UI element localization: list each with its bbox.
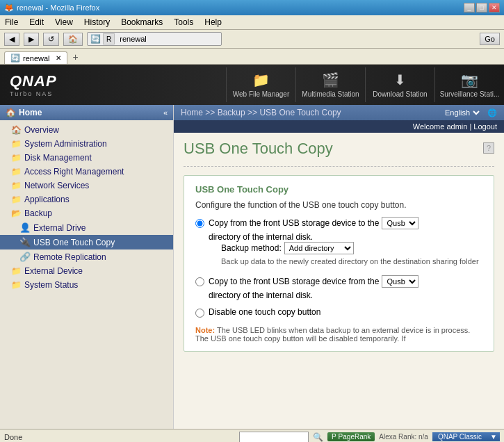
section-title: USB One Touch Copy [195, 184, 482, 195]
opt2-label-end: directory of the internal disk. [209, 290, 313, 300]
backup-method-row: Backup method: Add directory Back up dat… [221, 242, 482, 265]
diskmgmt-folder-icon: 📁 [11, 153, 22, 163]
qnap-logo-text: QNAP [10, 72, 57, 90]
menu-view[interactable]: View [53, 17, 75, 28]
close-button[interactable]: ✕ [489, 3, 500, 13]
apps-folder-icon: 📁 [11, 195, 22, 204]
radio-option-2: Copy to the front USB storage device fro… [195, 275, 482, 300]
multimedia-icon: 🎬 [322, 72, 339, 88]
qnap-logo-sub: Turbo NAS [10, 90, 57, 97]
lang-dropdown-icon: 🌐 [487, 108, 497, 117]
sidebar-label-accessright: Access Right Management [24, 167, 124, 177]
sidebar-label-sysstatus: System Status [24, 280, 78, 290]
browser-controls: _ □ ✕ [464, 3, 500, 13]
section-box: USB One Touch Copy Configure the functio… [184, 175, 494, 352]
opt2-label-start: Copy to the front USB storage device fro… [209, 277, 379, 286]
maximize-button[interactable]: □ [476, 3, 487, 13]
reload-button[interactable]: ↺ [43, 33, 59, 46]
sidebar-label-extdevice: External Device [24, 266, 83, 276]
sidebar-label-overview: Overview [24, 125, 59, 135]
sidebar-item-sysstatus[interactable]: 📁 System Status [0, 278, 173, 292]
radio-option-1: Copy from the front USB storage device t… [195, 217, 482, 270]
menu-history[interactable]: History [82, 17, 112, 28]
opt2-directory-select[interactable]: Qusb [382, 275, 418, 288]
go-button[interactable]: Go [480, 33, 500, 45]
menu-bookmarks[interactable]: Bookmarks [119, 17, 165, 28]
statusbar-search-icon[interactable]: 🔍 [313, 432, 323, 442]
tab-close-icon[interactable]: ✕ [56, 54, 61, 62]
sidebar-item-remoterep[interactable]: 🔗 Remote Replication [0, 249, 173, 264]
note-section: Note: The USB LED blinks when data backu… [195, 326, 482, 343]
backup-method-select[interactable]: Add directory [284, 242, 354, 254]
radio-opt2[interactable] [195, 277, 204, 286]
section-desc: Configure the function of the USB one to… [195, 200, 482, 210]
tab-bar: 🔄 renewal ✕ + [0, 49, 504, 65]
sidebar-item-sysadmin[interactable]: 📁 System Administration [0, 137, 173, 151]
sidebar-label-diskmgmt: Disk Management [24, 153, 92, 163]
minimize-button[interactable]: _ [464, 3, 475, 13]
sidebar: 🏠 Home « 🏠 Overview 📁 System Administrat… [0, 105, 174, 429]
browser-titlebar: 🦊 renewal - Mozilla Firefox _ □ ✕ [0, 0, 504, 15]
qnap-classic-button[interactable]: QNAP Classic [432, 432, 487, 441]
sidebar-item-backup[interactable]: 📂 Backup [0, 206, 173, 220]
nav-download[interactable]: ⬇ Download Station [365, 67, 434, 102]
browser-title-text: renewal - Mozilla Firefox [17, 3, 99, 12]
remoterep-icon: 🔗 [19, 252, 31, 262]
sidebar-label-apps: Applications [24, 195, 70, 204]
menu-tools[interactable]: Tools [172, 17, 195, 28]
nav-multimedia-label: Multimedia Station [302, 90, 359, 98]
nav-surveillance[interactable]: 📷 Surveillance Stati... [434, 67, 504, 102]
sidebar-collapse-button[interactable]: « [163, 108, 168, 117]
tab-label: renewal [23, 54, 50, 63]
sidebar-item-apps[interactable]: 📁 Applications [0, 193, 173, 206]
qnap-classic-dropdown[interactable]: ▼ [487, 432, 500, 441]
address-badge: R [103, 33, 115, 44]
sidebar-label-network: Network Services [24, 181, 89, 190]
extdrive-icon: 👤 [19, 222, 31, 233]
back-button[interactable]: ◀ [4, 33, 19, 46]
sidebar-header: 🏠 Home « [0, 105, 173, 120]
menu-help[interactable]: Help [202, 17, 224, 28]
sidebar-item-extdrive[interactable]: 👤 External Drive [0, 220, 173, 235]
radio-opt3[interactable] [195, 309, 204, 318]
sidebar-item-network[interactable]: 📁 Network Services [0, 179, 173, 193]
menu-edit[interactable]: Edit [27, 17, 46, 28]
opt1-inline: Copy from the front USB storage device t… [209, 217, 482, 242]
backup-method-desc: Back up data to the newly created direct… [221, 257, 479, 265]
tab-icon: 🔄 [10, 54, 20, 63]
statusbar-search[interactable] [239, 432, 309, 443]
sidebar-item-diskmgmt[interactable]: 📁 Disk Management [0, 151, 173, 165]
sidebar-item-usb[interactable]: 🔌 USB One Touch Copy [0, 235, 173, 249]
opt1-directory-select[interactable]: Qusb [382, 217, 418, 229]
statusbar: Done 🔍 P PageRank Alexa Rank: n/a QNAP C… [0, 429, 504, 442]
sidebar-item-extdevice[interactable]: 📁 External Device [0, 264, 173, 278]
active-tab[interactable]: 🔄 renewal ✕ [4, 51, 67, 64]
qnap-logo: QNAP Turbo NAS [0, 67, 67, 103]
home-icon: 🏠 [6, 108, 16, 117]
sysstatus-folder-icon: 📁 [11, 280, 22, 290]
sidebar-title: Home [19, 108, 42, 117]
statusbar-right: 🔍 P PageRank Alexa Rank: n/a QNAP Classi… [239, 432, 500, 443]
usb-icon: 🔌 [19, 237, 31, 247]
address-bar: 🔄 R [87, 32, 475, 46]
sidebar-header-title: 🏠 Home [6, 108, 42, 117]
radio-opt1[interactable] [195, 219, 204, 228]
home-button[interactable]: 🏠 [63, 33, 83, 46]
forward-button[interactable]: ▶ [24, 33, 39, 46]
nav-webfile[interactable]: 📁 Web File Manager [226, 67, 295, 102]
statusbar-status: Done [4, 433, 22, 441]
help-icon[interactable]: ? [483, 142, 494, 154]
new-tab-button[interactable]: + [69, 50, 83, 64]
language-selector[interactable]: English [442, 108, 482, 117]
opt1-label-start: Copy from the front USB storage device t… [209, 218, 379, 228]
sidebar-item-accessright[interactable]: 📁 Access Right Management [0, 165, 173, 179]
browser-menu-bar: File Edit View History Bookmarks Tools H… [0, 15, 504, 30]
menu-file[interactable]: File [3, 17, 20, 28]
page-title: USB One Touch Copy [184, 140, 333, 158]
pagerank-badge[interactable]: P PageRank [327, 432, 375, 441]
welcome-bar: Welcome admin | Logout [174, 120, 504, 133]
address-input[interactable] [117, 32, 218, 46]
sidebar-item-overview[interactable]: 🏠 Overview [0, 123, 173, 137]
sidebar-label-sysadmin: System Administration [24, 139, 107, 149]
nav-multimedia[interactable]: 🎬 Multimedia Station [295, 67, 365, 102]
